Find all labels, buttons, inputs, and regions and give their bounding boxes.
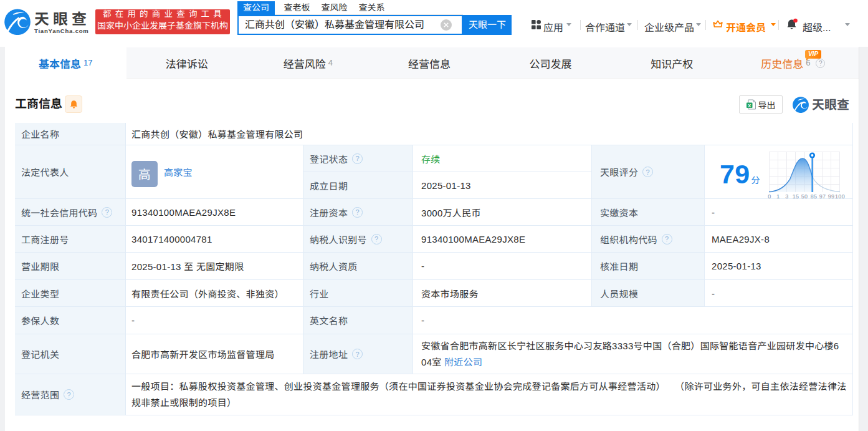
svg-text:15: 15 xyxy=(793,193,799,200)
svg-text:3: 3 xyxy=(785,193,788,200)
svg-text:99: 99 xyxy=(828,193,835,200)
svg-text:50: 50 xyxy=(801,193,808,200)
svg-text:85: 85 xyxy=(811,193,818,200)
svg-text:1: 1 xyxy=(776,193,780,200)
svg-text:X: X xyxy=(748,103,751,109)
svg-text:0: 0 xyxy=(768,193,771,200)
svg-text:100: 100 xyxy=(835,193,845,200)
svg-text:97: 97 xyxy=(819,193,826,200)
